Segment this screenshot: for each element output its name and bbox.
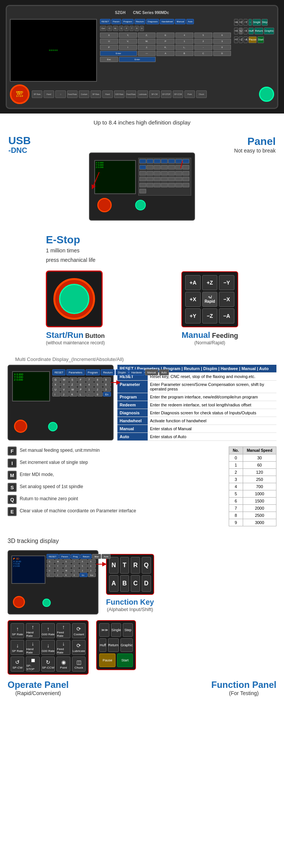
med-key-14[interactable]: 6 bbox=[103, 382, 111, 387]
3d-key-3[interactable]: S bbox=[63, 559, 71, 563]
func-btn-hw[interactable]: Handwheel bbox=[160, 19, 174, 24]
key-v[interactable]: V, bbox=[119, 39, 137, 44]
3d-key-21[interactable]: K bbox=[63, 573, 71, 577]
key-c[interactable]: C bbox=[194, 51, 212, 56]
move-plus-x[interactable]: +X bbox=[234, 28, 238, 34]
key-0[interactable]: 0 bbox=[213, 45, 231, 50]
small-btn-chuck[interactable]: Chuck bbox=[196, 90, 207, 98]
operate-panel-button[interactable]: ↻SP-CCW bbox=[41, 656, 55, 672]
key-2[interactable]: 2 bbox=[194, 39, 212, 44]
3d-key-13[interactable]: U bbox=[47, 568, 55, 572]
med-key-17[interactable]: W bbox=[69, 387, 77, 392]
med-key-enter[interactable]: En bbox=[103, 392, 111, 397]
med-key-23[interactable]: J bbox=[61, 392, 69, 397]
btn-step[interactable]: Step bbox=[262, 19, 268, 26]
small-btn-foo[interactable]: ☆ bbox=[55, 90, 66, 98]
func-btn-prog[interactable]: Program bbox=[122, 19, 134, 24]
move-plus-z[interactable]: +Z bbox=[239, 19, 243, 26]
med-key-2[interactable]: M bbox=[61, 377, 69, 382]
med-key-26[interactable]: - bbox=[86, 392, 94, 397]
func-panel-button[interactable]: Step bbox=[123, 623, 133, 637]
med-key-10[interactable]: Z bbox=[69, 382, 77, 387]
func-key-button[interactable]: N bbox=[109, 557, 119, 574]
operate-panel-button[interactable]: ↓Hand Rate bbox=[26, 640, 39, 655]
move-minus-z[interactable]: −Z bbox=[239, 36, 243, 43]
key-i[interactable]: I bbox=[119, 45, 137, 50]
med-btn-ret[interactable]: Reuturn bbox=[101, 369, 115, 375]
med-key-22[interactable]: I bbox=[52, 392, 60, 397]
small-btn-spccw[interactable]: SP-CCW bbox=[173, 90, 183, 98]
chassis-8[interactable]: 8 bbox=[134, 26, 139, 31]
key-z[interactable]: Z, bbox=[138, 33, 156, 38]
small-btn-lub[interactable]: Lubricate bbox=[137, 90, 148, 98]
med-key-1[interactable]: G bbox=[52, 377, 60, 382]
3d-key-6[interactable]: 9 bbox=[88, 559, 96, 563]
move-minus-y[interactable]: −Y bbox=[243, 19, 248, 26]
move-right1[interactable]: → bbox=[248, 19, 252, 26]
med-key-3[interactable]: S bbox=[69, 377, 77, 382]
chassis-7[interactable]: 7 bbox=[130, 26, 134, 31]
key-esc[interactable]: Esc bbox=[100, 57, 118, 62]
med-key-25[interactable]: L bbox=[78, 392, 86, 397]
operate-panel-button[interactable]: ⏹SP-STOP bbox=[26, 656, 39, 672]
func-panel-special-button[interactable]: Start bbox=[117, 653, 133, 667]
small-btn-g00[interactable]: G00 Rate bbox=[114, 90, 125, 98]
feed-btn-minus-a[interactable]: −A bbox=[219, 308, 234, 324]
small-btn-spstop[interactable]: SP-STOP bbox=[161, 90, 172, 98]
3d-btn-param[interactable]: Param bbox=[59, 554, 70, 559]
3d-key-10[interactable]: 4 bbox=[72, 564, 80, 568]
chassis-s[interactable]: S bbox=[119, 26, 123, 31]
3d-key-9[interactable]: Z bbox=[63, 564, 71, 568]
func-btn-manual[interactable]: Manual bbox=[175, 19, 186, 24]
key-d[interactable]: D bbox=[213, 51, 231, 56]
key-enter[interactable]: Enter bbox=[100, 51, 137, 56]
func-btn-auto[interactable]: Auto bbox=[186, 19, 194, 24]
feed-btn-plus-z[interactable]: +Z bbox=[202, 275, 217, 290]
operate-panel-button[interactable]: ↑G00 Rate bbox=[41, 623, 55, 638]
chassis-green-button[interactable] bbox=[259, 87, 274, 102]
operate-panel-button[interactable]: ↑Feed Rate bbox=[56, 623, 70, 638]
3d-key-2[interactable]: M bbox=[55, 559, 63, 563]
operate-panel-button[interactable]: ◉Point bbox=[56, 656, 70, 672]
key-l[interactable]: L, bbox=[175, 45, 193, 50]
key-5[interactable]: 5 bbox=[194, 33, 212, 38]
btn-single[interactable]: Single bbox=[253, 19, 261, 26]
3d-key-15[interactable]: W bbox=[63, 568, 71, 572]
feed-btn-minus-z[interactable]: −Z bbox=[202, 308, 217, 324]
3d-key-19[interactable]: I bbox=[47, 573, 55, 577]
key-p2[interactable]: P bbox=[100, 45, 118, 50]
key-j[interactable]: J, bbox=[138, 45, 156, 50]
3d-key-18[interactable]: 3 bbox=[88, 568, 96, 572]
med-btn-prog[interactable]: Program bbox=[86, 369, 100, 375]
feed-btn-minus-y[interactable]: −Y bbox=[219, 275, 234, 290]
operate-panel-button[interactable]: ↑Hand Rate bbox=[26, 623, 39, 638]
key-a[interactable]: A bbox=[156, 51, 175, 56]
feed-btn-plus-y[interactable]: +Y bbox=[185, 308, 200, 324]
func-btn-reset[interactable]: RESET bbox=[100, 19, 111, 24]
chassis-9[interactable]: 9 bbox=[140, 26, 144, 31]
key-3[interactable]: 3 bbox=[213, 39, 231, 44]
small-btn-feed[interactable]: Feed Rate bbox=[67, 90, 78, 98]
med-key-16[interactable]: V bbox=[61, 387, 69, 392]
func-panel-button[interactable]: Huff bbox=[99, 638, 106, 652]
func-panel-button[interactable]: Single bbox=[111, 623, 121, 637]
med-btn-param[interactable]: Parameters bbox=[66, 369, 84, 375]
small-btn-spcw[interactable]: SP-CW bbox=[149, 90, 160, 98]
small-btn-hand[interactable]: Hand bbox=[44, 90, 54, 98]
move-minus-a[interactable]: −A bbox=[243, 36, 248, 43]
small-btn-feed2[interactable]: Feed Rate bbox=[126, 90, 136, 98]
key-x[interactable]: X bbox=[100, 33, 118, 38]
med-key-24[interactable]: K bbox=[69, 392, 77, 397]
btn-pause[interactable]: Pause bbox=[248, 36, 257, 43]
3d-key-17[interactable]: 2 bbox=[80, 568, 87, 572]
feed-btn-plus-a[interactable]: +A bbox=[185, 275, 200, 290]
btn-graphic[interactable]: Graphic bbox=[264, 28, 274, 34]
med-key-15[interactable]: U bbox=[52, 387, 60, 392]
func-key-button[interactable]: A bbox=[109, 575, 119, 592]
btn-return[interactable]: Return bbox=[254, 28, 263, 34]
move-minus-x[interactable]: −X bbox=[243, 28, 248, 34]
operate-panel-button[interactable]: ↓Feed Rate bbox=[56, 640, 70, 655]
func-panel-button[interactable]: Graphic bbox=[120, 638, 133, 652]
estop-big-button[interactable] bbox=[53, 278, 95, 320]
func-btn-return[interactable]: Reuturn bbox=[134, 19, 145, 24]
